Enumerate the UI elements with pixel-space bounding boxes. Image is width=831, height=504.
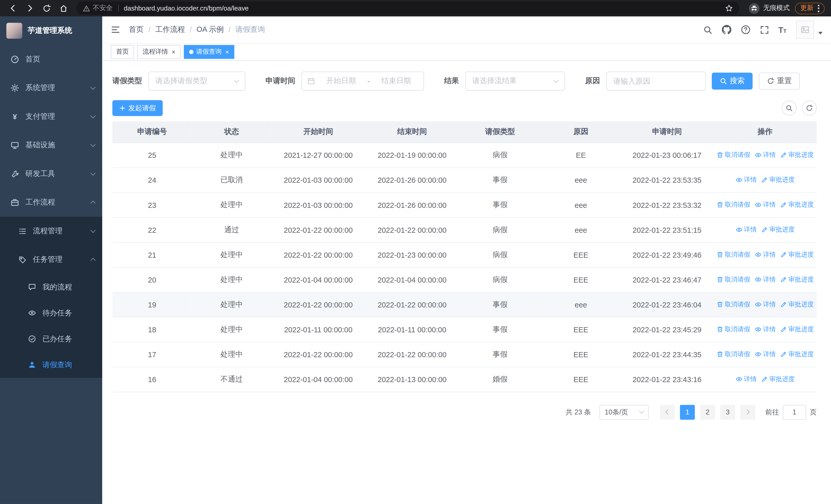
chevron-left-icon	[665, 409, 670, 414]
cancel-leave-link[interactable]: 取消请假	[716, 275, 750, 284]
select-placeholder: 请选择流结果	[472, 76, 517, 86]
page-size-select[interactable]: 10条/页	[600, 405, 649, 420]
close-icon[interactable]: ×	[172, 48, 175, 55]
wrench-icon	[10, 170, 19, 178]
toolbar-refresh-button[interactable]	[802, 100, 816, 116]
date-range-picker[interactable]: 开始日期 - 结束日期	[302, 71, 424, 91]
avatar[interactable]	[796, 21, 814, 39]
edit-icon	[761, 227, 768, 234]
approval-progress-link[interactable]: 审批进度	[761, 176, 795, 184]
cell-reason: eee	[541, 217, 621, 242]
cell-id: 22	[112, 217, 192, 242]
approval-progress-link[interactable]: 审批进度	[780, 350, 814, 359]
security-chip[interactable]: 不安全	[83, 4, 113, 12]
app-logo[interactable]: 芋道管理系统	[0, 17, 103, 45]
fullscreen-button[interactable]	[760, 25, 769, 34]
approval-progress-link[interactable]: 审批进度	[780, 300, 814, 309]
detail-link[interactable]: 详情	[754, 200, 776, 209]
font-size-button[interactable]: TT	[778, 25, 786, 34]
approval-progress-link[interactable]: 审批进度	[761, 225, 795, 234]
sidebar-item-home[interactable]: 首页	[0, 45, 103, 74]
approval-progress-link[interactable]: 审批进度	[780, 200, 814, 209]
cell-start: 2022-01-03 00:00:00	[271, 168, 365, 192]
tab-leave-query[interactable]: 请假查询 ×	[184, 45, 234, 59]
bookmark-star-icon[interactable]	[725, 4, 733, 12]
sidebar-item-infrastructure[interactable]: 基础设施	[0, 131, 103, 159]
browser-back-button[interactable]	[6, 1, 20, 15]
approval-progress-link[interactable]: 审批进度	[780, 151, 814, 159]
sidebar-item-dev-tools[interactable]: 研发工具	[0, 159, 103, 188]
browser-reload-button[interactable]	[40, 1, 54, 15]
cancel-leave-link[interactable]: 取消请假	[716, 250, 750, 260]
browser-home-button[interactable]	[57, 1, 70, 15]
update-button[interactable]: 更新	[795, 2, 825, 14]
detail-link[interactable]: 详情	[754, 325, 776, 334]
search-button[interactable]: 搜索	[712, 72, 752, 90]
toolbar-search-toggle-button[interactable]	[782, 100, 797, 116]
chevron-down-icon	[90, 84, 95, 90]
browser-forward-button[interactable]	[23, 1, 37, 15]
create-leave-button[interactable]: 发起请假	[112, 100, 163, 116]
reason-input[interactable]	[606, 71, 706, 91]
detail-link[interactable]: 详情	[754, 275, 776, 284]
detail-link[interactable]: 详情	[735, 375, 756, 384]
cancel-leave-link[interactable]: 取消请假	[716, 200, 750, 209]
detail-link[interactable]: 详情	[754, 350, 776, 359]
next-page-button[interactable]	[740, 405, 755, 420]
leave-type-select[interactable]: 请选择请假类型	[148, 71, 245, 91]
approval-progress-link[interactable]: 审批进度	[780, 275, 814, 284]
goto-page-input[interactable]	[783, 405, 806, 420]
sidebar-item-done-tasks[interactable]: 已办任务	[0, 326, 103, 352]
column-header-id: 申请编号	[112, 121, 192, 143]
sidebar-item-workflow[interactable]: 工作流程	[0, 188, 103, 217]
cell-start: 2022-01-22 00:00:00	[271, 342, 365, 367]
sidebar-item-task-mgmt[interactable]: 任务管理	[0, 245, 103, 274]
result-select[interactable]: 请选择流结果	[465, 71, 565, 91]
cell-actions: 取消请假详情审批进度	[713, 267, 817, 292]
detail-link[interactable]: 详情	[754, 250, 776, 260]
sidebar-item-payment-mgmt[interactable]: ¥ 支付管理	[0, 102, 103, 131]
reset-button[interactable]: 重置	[759, 72, 800, 90]
help-button[interactable]	[741, 25, 750, 34]
detail-link[interactable]: 详情	[754, 151, 776, 159]
column-header-applied: 申请时间	[621, 121, 713, 143]
sidebar-item-leave-query[interactable]: 请假查询	[0, 352, 103, 378]
breadcrumb-item[interactable]: 首页	[129, 25, 144, 34]
header-search-button[interactable]	[703, 25, 712, 34]
page-button-3[interactable]: 3	[720, 405, 735, 420]
github-button[interactable]	[722, 25, 731, 34]
tab-label: 首页	[116, 47, 129, 56]
detail-link[interactable]: 详情	[735, 225, 756, 234]
detail-link[interactable]: 详情	[735, 176, 756, 184]
avatar-caret-icon[interactable]	[819, 32, 823, 34]
sidebar-collapse-button[interactable]	[111, 25, 120, 34]
cell-end: 2022-01-22 00:00:00	[365, 342, 459, 367]
sidebar-item-system-mgmt[interactable]: 系统管理	[0, 73, 103, 102]
tab-home[interactable]: 首页	[111, 45, 134, 59]
filter-form: 请假类型 请选择请假类型 申请时间 开始日期 - 结束日期	[112, 71, 817, 91]
cancel-leave-link[interactable]: 取消请假	[716, 350, 750, 359]
goto-label: 前往	[765, 407, 779, 417]
sidebar-item-process-mgmt[interactable]: 流程管理	[0, 217, 103, 245]
page-button-1[interactable]: 1	[680, 405, 695, 420]
cancel-leave-link[interactable]: 取消请假	[716, 300, 750, 309]
breadcrumb-item[interactable]: OA 示例	[197, 25, 224, 34]
approval-progress-link[interactable]: 审批进度	[780, 325, 814, 334]
detail-link[interactable]: 详情	[754, 300, 776, 309]
approval-progress-link[interactable]: 审批进度	[780, 250, 814, 260]
sidebar-item-todo-tasks[interactable]: 待办任务	[0, 300, 103, 326]
cell-status: 已取消	[192, 168, 271, 192]
cell-applied: 2022-01-23 00:06:17	[621, 143, 713, 168]
page-button-2[interactable]: 2	[700, 405, 715, 420]
breadcrumb-item[interactable]: 工作流程	[155, 25, 185, 34]
cancel-leave-link[interactable]: 取消请假	[716, 151, 750, 159]
cancel-leave-link[interactable]: 取消请假	[716, 325, 750, 334]
browser-menu-icon[interactable]	[818, 5, 819, 12]
prev-page-button[interactable]	[660, 405, 675, 420]
cell-end: 2022-01-26 00:00:00	[365, 168, 459, 192]
tab-process-detail[interactable]: 流程详情 ×	[137, 45, 181, 59]
close-icon[interactable]: ×	[225, 48, 229, 55]
address-bar[interactable]: 不安全 dashboard.yudao.iocoder.cn/bpm/oa/le…	[76, 2, 739, 15]
sidebar-item-my-process[interactable]: 我的流程	[0, 274, 103, 300]
approval-progress-link[interactable]: 审批进度	[761, 375, 795, 384]
